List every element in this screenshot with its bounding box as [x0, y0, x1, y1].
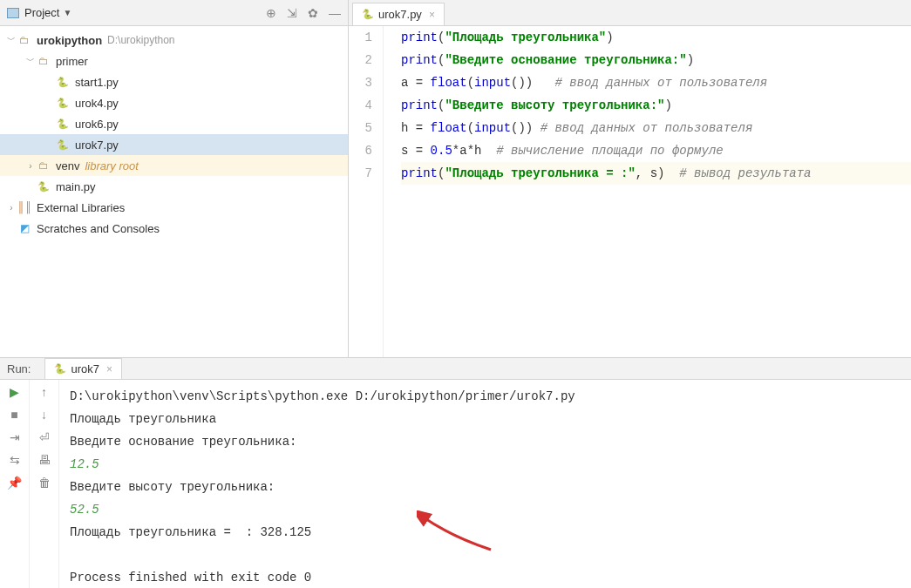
run-tab-bar: Run: 🐍 urok7 × [0, 358, 911, 380]
layout-settings-button[interactable]: ⇆ [10, 453, 20, 467]
file-label: main.py [56, 180, 96, 193]
line-number: 2 [349, 49, 372, 71]
folder-icon: 🗀 [37, 54, 51, 68]
project-header: Project ▼ ⊕ ⇲ ✿ — [0, 0, 348, 26]
run-button[interactable]: ▶ [10, 385, 19, 399]
editor-pane: 🐍 urok7.py × 1 2 3 4 5 6 7 print("Площад… [349, 0, 911, 357]
folder-icon: 🗀 [17, 33, 31, 47]
python-file-icon: 🐍 [54, 363, 66, 375]
tree-file-main[interactable]: · 🐍 main.py [0, 176, 348, 197]
run-label: Run: [7, 362, 31, 375]
python-file-icon: 🐍 [37, 179, 51, 193]
locate-icon[interactable]: ⊕ [266, 6, 276, 20]
chevron-right-icon[interactable]: › [5, 203, 17, 213]
tree-folder-primer[interactable]: ﹀ 🗀 primer [0, 51, 348, 71]
chevron-down-icon[interactable]: ▼ [63, 8, 71, 17]
console-line: Введите основание треугольника: [70, 430, 901, 453]
editor-body[interactable]: 1 2 3 4 5 6 7 print("Площадь треугольник… [349, 26, 911, 357]
delete-button[interactable]: 🗑 [38, 476, 51, 490]
python-file-icon: 🐍 [56, 138, 70, 152]
run-controls-secondary: ↑ ↓ ⏎ 🖶 🗑 [30, 380, 59, 588]
console-line: Введите высоту треугольника: [70, 476, 901, 498]
code-line: print("Введите высоту треугольника:") [401, 94, 911, 117]
tree-folder-venv[interactable]: › 🗀 venv library root [0, 155, 348, 176]
folder-label: primer [56, 55, 88, 68]
code-line: print("Введите основание треугольника:") [401, 49, 911, 71]
scratches-icon: ◩ [17, 221, 31, 235]
line-number: 1 [349, 26, 372, 49]
code-line: a = float(input()) # ввод данных от поль… [401, 71, 911, 94]
annotation-arrow [417, 510, 504, 563]
library-root-note: library root [85, 159, 138, 172]
wrap-button[interactable]: ⏎ [39, 430, 50, 444]
code-line-highlighted: print("Площадь треугольника = :", s) # в… [401, 162, 911, 185]
editor-tab-bar: 🐍 urok7.py × [349, 0, 911, 26]
file-label: urok7.py [75, 139, 119, 152]
chevron-right-icon[interactable]: › [24, 161, 37, 171]
console-output[interactable]: D:\urokipython\venv\Scripts\python.exe D… [59, 380, 911, 588]
tree-file[interactable]: · 🐍 urok6.py [0, 113, 348, 134]
tab-label: urok7.py [378, 8, 422, 21]
stop-button[interactable]: ■ [10, 408, 17, 422]
tree-root[interactable]: ﹀ 🗀 urokipython D:\urokipython [0, 30, 348, 51]
close-icon[interactable]: × [106, 363, 112, 375]
code-line: s = 0.5*a*h # вычисление площади по форм… [401, 139, 911, 162]
project-title[interactable]: Project [24, 6, 59, 19]
line-number: 3 [349, 71, 372, 94]
minimize-icon[interactable]: — [329, 6, 341, 20]
file-label: urok6.py [75, 118, 119, 131]
up-button[interactable]: ↑ [41, 385, 47, 399]
root-name: urokipython [37, 34, 102, 47]
tree-file[interactable]: · 🐍 start1.py [0, 71, 348, 92]
project-tree[interactable]: ﹀ 🗀 urokipython D:\urokipython ﹀ 🗀 prime… [0, 26, 348, 357]
tree-scratches[interactable]: · ◩ Scratches and Consoles [0, 218, 348, 239]
python-file-icon: 🐍 [56, 75, 70, 89]
editor-tab[interactable]: 🐍 urok7.py × [352, 3, 445, 25]
line-number: 6 [349, 139, 372, 162]
file-label: start1.py [75, 76, 119, 89]
run-controls-primary: ▶ ■ ⇥ ⇆ 📌 [0, 380, 30, 588]
root-path: D:\urokipython [107, 34, 174, 46]
line-number: 5 [349, 117, 372, 139]
folder-icon: 🗀 [37, 159, 51, 172]
project-tool-window: Project ▼ ⊕ ⇲ ✿ — ﹀ 🗀 urokipython D:\uro… [0, 0, 349, 357]
scratches-label: Scratches and Consoles [37, 222, 160, 235]
close-icon[interactable]: × [429, 9, 435, 21]
code-line: print("Площадь треугольника") [401, 26, 911, 49]
console-line: Площадь треугольника [70, 408, 901, 430]
gutter: 1 2 3 4 5 6 7 [349, 26, 384, 357]
settings-icon[interactable]: ✿ [308, 6, 318, 20]
expand-icon[interactable]: ⇲ [287, 6, 297, 20]
python-file-icon: 🐍 [362, 9, 374, 20]
python-file-icon: 🐍 [56, 96, 70, 110]
line-number: 4 [349, 94, 372, 117]
console-exit-line: Process finished with exit code 0 [70, 566, 901, 588]
tree-file[interactable]: · 🐍 urok4.py [0, 92, 348, 113]
console-user-input: 12.5 [70, 453, 901, 476]
run-tool-window: Run: 🐍 urok7 × ▶ ■ ⇥ ⇆ 📌 ↑ ↓ ⏎ 🖶 🗑 D:\ur… [0, 357, 911, 588]
tree-external-libs[interactable]: › ║║ External Libraries [0, 197, 348, 218]
external-label: External Libraries [37, 201, 125, 214]
code-area[interactable]: print("Площадь треугольника") print("Вве… [384, 26, 911, 357]
project-toolbar: ⊕ ⇲ ✿ — [266, 6, 341, 20]
code-line: h = float(input()) # ввод данных от поль… [401, 117, 911, 139]
line-number: 7 [349, 162, 372, 185]
run-tab-label: urok7 [71, 362, 99, 375]
project-view-icon [7, 8, 19, 18]
libraries-icon: ║║ [17, 200, 31, 214]
pin-button[interactable]: 📌 [7, 476, 22, 490]
chevron-down-icon[interactable]: ﹀ [24, 55, 37, 67]
run-tab[interactable]: 🐍 urok7 × [44, 358, 122, 379]
console-line: D:\urokipython\venv\Scripts\python.exe D… [70, 385, 901, 408]
layout-button[interactable]: ⇥ [10, 430, 20, 444]
chevron-down-icon[interactable]: ﹀ [5, 34, 17, 46]
print-button[interactable]: 🖶 [38, 453, 51, 467]
venv-label: venv [56, 159, 79, 172]
tree-file-selected[interactable]: · 🐍 urok7.py [0, 134, 348, 155]
down-button[interactable]: ↓ [41, 408, 47, 422]
file-label: urok4.py [75, 97, 119, 110]
python-file-icon: 🐍 [56, 117, 70, 131]
